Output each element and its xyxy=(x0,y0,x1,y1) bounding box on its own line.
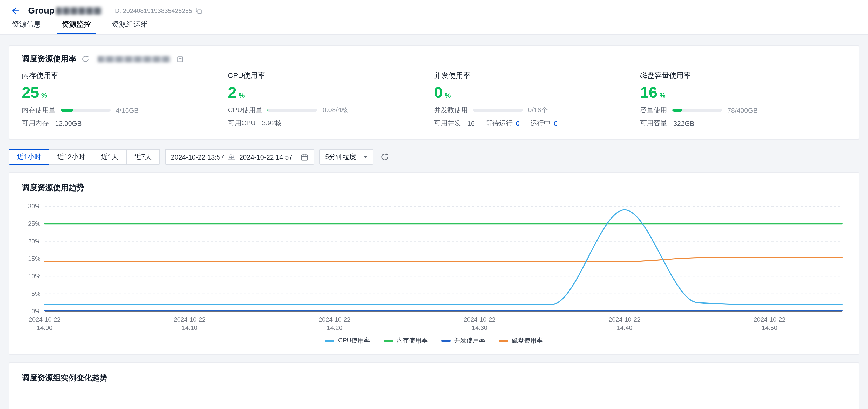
avail-value: 322GB xyxy=(673,119,694,127)
tab-resource-monitor[interactable]: 资源监控 xyxy=(59,20,93,34)
svg-text:15%: 15% xyxy=(28,255,40,262)
svg-text:14:20: 14:20 xyxy=(327,324,342,331)
usage-card-head: 调度资源使用率 xyxy=(22,54,846,64)
legend-item[interactable]: 内存使用率 xyxy=(383,336,428,345)
usage-label: 并发数使用 xyxy=(434,106,468,115)
usage-value: 0.08/4核 xyxy=(323,106,348,115)
metric-big-value: 25% xyxy=(22,85,228,100)
metric-name: 内存使用率 xyxy=(22,71,228,81)
usage-rate-card: 调度资源使用率 内存使用率 25% 内存使用量 xyxy=(9,45,859,140)
chevron-down-icon xyxy=(364,156,368,160)
time-toolbar: 近1小时 近12小时 近1天 近7天 2024-10-22 13:57 至 20… xyxy=(9,149,859,165)
usage-progress-fill xyxy=(672,109,682,112)
usage-progress-bar xyxy=(268,109,317,112)
svg-text:2024-10-22: 2024-10-22 xyxy=(319,316,351,323)
avail-label: 可用并发 xyxy=(434,118,461,128)
legend-item[interactable]: CPU使用率 xyxy=(325,336,370,345)
refresh-chart-icon[interactable] xyxy=(381,153,389,161)
metric-value: 2 xyxy=(228,84,237,101)
avail-value: 16 xyxy=(467,119,475,127)
tab-bar: 资源信息 资源监控 资源组运维 xyxy=(0,19,868,34)
page-title: Group xyxy=(28,6,55,16)
granularity-select[interactable]: 5分钟粒度 xyxy=(319,149,374,165)
svg-text:14:10: 14:10 xyxy=(182,324,197,331)
refresh-icon[interactable] xyxy=(82,55,89,63)
usage-value: 78/400GB xyxy=(727,106,758,114)
usage-progress-fill xyxy=(61,109,73,112)
usage-row: 内存使用量 4/16GB xyxy=(22,106,228,115)
resource-id: ID: 20240819193835426255 xyxy=(113,7,192,14)
legend-label: 内存使用率 xyxy=(396,336,428,345)
range-1d-button[interactable]: 近1天 xyxy=(93,149,126,165)
svg-text:14:50: 14:50 xyxy=(762,324,777,331)
metrics-grid: 内存使用率 25% 内存使用量 4/16GB 可用内存 12.00GB xyxy=(22,71,846,128)
legend-label: 并发使用率 xyxy=(454,336,485,345)
avail-value: 3.92核 xyxy=(262,118,282,128)
svg-text:5%: 5% xyxy=(31,290,40,297)
svg-text:10%: 10% xyxy=(28,272,40,280)
waiting-count-link[interactable]: 0 xyxy=(516,119,519,127)
running-label: 运行中 xyxy=(530,118,551,128)
svg-text:14:40: 14:40 xyxy=(617,324,632,331)
running-count-link[interactable]: 0 xyxy=(554,119,557,127)
instance-card-title: 调度资源组实例变化趋势 xyxy=(22,373,846,383)
metric-unit: % xyxy=(659,91,665,99)
usage-progress-bar xyxy=(473,109,523,112)
usage-label: CPU使用量 xyxy=(228,106,262,115)
metric-disk: 磁盘容量使用率 16% 容量使用 78/400GB 可用容量 322GB xyxy=(640,71,846,128)
usage-label: 内存使用量 xyxy=(22,106,56,115)
usage-row: 容量使用 78/400GB xyxy=(640,106,846,115)
usage-label: 容量使用 xyxy=(640,106,667,115)
range-7d-button[interactable]: 近7天 xyxy=(126,149,160,165)
header-row: Group ID: 20240819193835426255 xyxy=(0,0,868,19)
metric-name: 磁盘容量使用率 xyxy=(640,71,846,81)
metric-name: CPU使用率 xyxy=(228,71,434,81)
granularity-value: 5分钟粒度 xyxy=(325,152,356,162)
range-1h-button[interactable]: 近1小时 xyxy=(9,149,49,165)
avail-row: 可用并发 16 等待运行 0 运行中 0 xyxy=(434,118,640,128)
resource-monitor-page: Group ID: 20240819193835426255 资源信息 资源监控… xyxy=(0,0,868,409)
metric-unit: % xyxy=(239,91,245,99)
svg-text:25%: 25% xyxy=(28,220,40,227)
legend-item[interactable]: 并发使用率 xyxy=(441,336,485,345)
date-range-picker[interactable]: 2024-10-22 13:57 至 2024-10-22 14:57 xyxy=(165,149,314,165)
svg-text:20%: 20% xyxy=(28,238,40,245)
metric-big-value: 16% xyxy=(640,85,846,100)
metric-value: 0 xyxy=(434,84,442,101)
back-arrow-icon[interactable] xyxy=(10,6,21,16)
detail-icon[interactable] xyxy=(177,55,184,63)
usage-progress-bar xyxy=(672,109,722,112)
tab-resource-ops[interactable]: 资源组运维 xyxy=(109,20,151,34)
avail-row: 可用CPU 3.92核 xyxy=(228,118,434,128)
legend-label: 磁盘使用率 xyxy=(512,336,543,345)
calendar-icon[interactable] xyxy=(301,153,309,161)
legend-marker xyxy=(499,340,508,342)
legend-label: CPU使用率 xyxy=(338,336,370,345)
redacted-title-text xyxy=(56,7,102,14)
metric-big-value: 0% xyxy=(434,85,640,100)
copy-icon[interactable] xyxy=(195,7,203,14)
metric-name: 并发使用率 xyxy=(434,71,640,81)
range-12h-button[interactable]: 近12小时 xyxy=(49,149,93,165)
usage-row: 并发数使用 0/16个 xyxy=(434,106,640,115)
date-separator: 至 xyxy=(228,152,235,162)
divider xyxy=(525,120,525,126)
trend-card-title: 调度资源使用趋势 xyxy=(22,183,846,193)
metric-unit: % xyxy=(41,91,47,99)
avail-label: 可用内存 xyxy=(22,118,49,128)
legend-item[interactable]: 磁盘使用率 xyxy=(499,336,543,345)
avail-value: 12.00GB xyxy=(55,119,82,127)
avail-label: 可用CPU xyxy=(228,118,256,128)
usage-value: 0/16个 xyxy=(528,106,548,115)
tab-resource-info[interactable]: 资源信息 xyxy=(9,20,43,34)
redacted-resource-text xyxy=(98,56,170,62)
legend-marker xyxy=(325,340,335,342)
metric-memory: 内存使用率 25% 内存使用量 4/16GB 可用内存 12.00GB xyxy=(22,71,228,128)
usage-trend-card: 调度资源使用趋势 0%5%10%15%20%25%30%2024-10-2214… xyxy=(9,172,859,355)
metric-cpu: CPU使用率 2% CPU使用量 0.08/4核 可用CPU 3.92核 xyxy=(228,71,434,128)
metric-value: 16 xyxy=(640,84,657,101)
usage-progress-bar xyxy=(61,109,111,112)
page-header: Group ID: 20240819193835426255 资源信息 资源监控… xyxy=(0,0,868,35)
divider xyxy=(480,120,480,126)
metric-value: 25 xyxy=(22,84,39,101)
